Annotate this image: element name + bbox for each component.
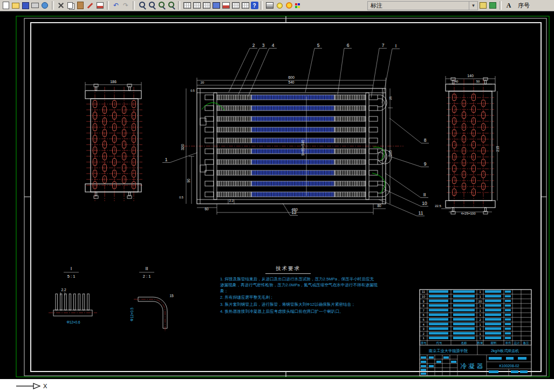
tube-stub (369, 160, 378, 164)
layer-freeze-icon[interactable] (285, 1, 294, 10)
callout-leader (384, 189, 421, 207)
text-style-icon[interactable]: A (504, 1, 514, 10)
tube-wall (53, 310, 92, 316)
finned-tube-rows (205, 95, 378, 197)
matchprop-icon[interactable] (86, 1, 95, 10)
tube-stub (205, 160, 214, 164)
dim-stub: 60 (204, 207, 209, 211)
tech-requirements-title: 技术要求 (265, 265, 311, 274)
toolbar-separator (52, 1, 54, 10)
bom-row-qty: 1 (479, 295, 481, 298)
fin-block (217, 160, 251, 164)
markup-icon[interactable] (222, 1, 231, 10)
bom-code-bar (429, 309, 448, 312)
publish-icon[interactable] (40, 1, 50, 10)
tube-stub (369, 181, 378, 186)
undo-icon[interactable]: ↶ (112, 1, 121, 10)
dim-side_off: 22.5 (435, 204, 441, 208)
bom-material-bar (485, 313, 501, 316)
detail-label: II (145, 266, 148, 271)
callout-II: II (423, 192, 426, 197)
toolbar-separator (178, 1, 180, 10)
zoom-previous-icon[interactable] (167, 1, 176, 10)
callout-leader (388, 156, 421, 167)
new-icon[interactable] (2, 1, 11, 10)
fin-tooth (74, 294, 76, 310)
elbow-pipe (138, 297, 167, 328)
axis-label: X (43, 383, 47, 389)
bom-weight-bar (505, 314, 511, 316)
fin-tooth (56, 294, 57, 310)
layer-on-icon[interactable] (275, 1, 284, 10)
zoom-realtime-icon[interactable] (147, 1, 156, 10)
bom-name-bar (453, 304, 475, 307)
redo-icon[interactable]: ↷ (121, 1, 131, 10)
dim-wall_bot: 0.5 (179, 196, 183, 199)
fin-block (334, 170, 366, 175)
dim-right_height: 215 (388, 150, 392, 156)
fin-block (217, 116, 251, 121)
dim-bundle_width: 540 (289, 80, 295, 84)
bom-name-bar (453, 336, 475, 339)
pan-icon[interactable] (138, 1, 147, 10)
fin-block-mid (251, 170, 334, 175)
sheetset-icon[interactable] (478, 1, 488, 10)
fin-block-mid (251, 127, 334, 132)
bom-row-no: 8 (422, 304, 424, 307)
bom-code-bar (429, 336, 448, 339)
chevron-down-icon[interactable]: ▾ (469, 2, 477, 10)
detail-view-1: I 5 : 1 2.2 Φ12×0.6 (49, 266, 97, 324)
bom-row-qty: 1 (479, 290, 481, 293)
bom-code-bar (429, 300, 448, 302)
bom-row-no: 6 (422, 313, 424, 317)
fin-block (217, 192, 251, 197)
save-icon[interactable] (21, 1, 30, 10)
tube-sheet (449, 91, 492, 201)
toolbar-separator (107, 1, 109, 10)
callout-leader (305, 49, 314, 93)
cells-icon[interactable] (202, 1, 211, 10)
dim-bottom: 480 (291, 208, 298, 211)
table-icon[interactable] (183, 1, 192, 10)
bom-header: 代号 (435, 341, 442, 345)
cut-icon[interactable] (57, 1, 66, 10)
bom-code-bar (429, 304, 448, 307)
zoom-window-icon[interactable] (157, 1, 166, 10)
bom-name-bar (453, 323, 475, 326)
list-icon[interactable] (231, 1, 241, 10)
bom-code-bar (429, 327, 448, 330)
sheet-icon[interactable] (193, 1, 202, 10)
bom-weight-bar (505, 305, 511, 307)
tech-item: 3. 胀片套到钢管上后，进行胀管，将钢管胀大到Φ12以确保胀片紧密结合； (220, 302, 378, 308)
plot-icon[interactable] (31, 1, 40, 10)
bom-header: 总计 (513, 341, 520, 345)
erase-icon[interactable] (95, 1, 105, 10)
calc-icon[interactable] (241, 1, 250, 10)
copy-icon[interactable] (66, 1, 76, 10)
paste-icon[interactable] (76, 1, 85, 10)
viewport-icon[interactable] (212, 1, 221, 10)
tube-stub (205, 106, 214, 111)
layers-icon[interactable] (265, 1, 275, 10)
bom-weight-bar (505, 295, 511, 297)
open-icon[interactable] (11, 1, 20, 10)
dim-style-label: 标注 (371, 2, 382, 10)
bom-row-qty: 1 (479, 336, 481, 340)
fin-block (334, 149, 366, 154)
bom-material-bar (485, 323, 501, 326)
bom-material-bar (485, 295, 501, 298)
help-icon[interactable]: ? (251, 2, 258, 9)
drawing-canvas[interactable]: 234567I189II101112 18660054020320900.50.… (0, 11, 554, 379)
callout-leader (170, 153, 197, 163)
callout-leader (229, 49, 250, 93)
callout-1: 1 (165, 157, 168, 162)
tube-stub (205, 138, 214, 143)
callout-leader (389, 118, 421, 143)
etransmit-icon[interactable] (488, 1, 497, 10)
dim-style-combo[interactable]: 标注▾ (367, 1, 478, 10)
fin-block (334, 127, 366, 132)
bom-name-bar (453, 318, 475, 321)
bom-row-no: 10 (422, 295, 425, 298)
layer-color-icon[interactable] (295, 1, 304, 10)
fin-tooth (60, 294, 61, 310)
